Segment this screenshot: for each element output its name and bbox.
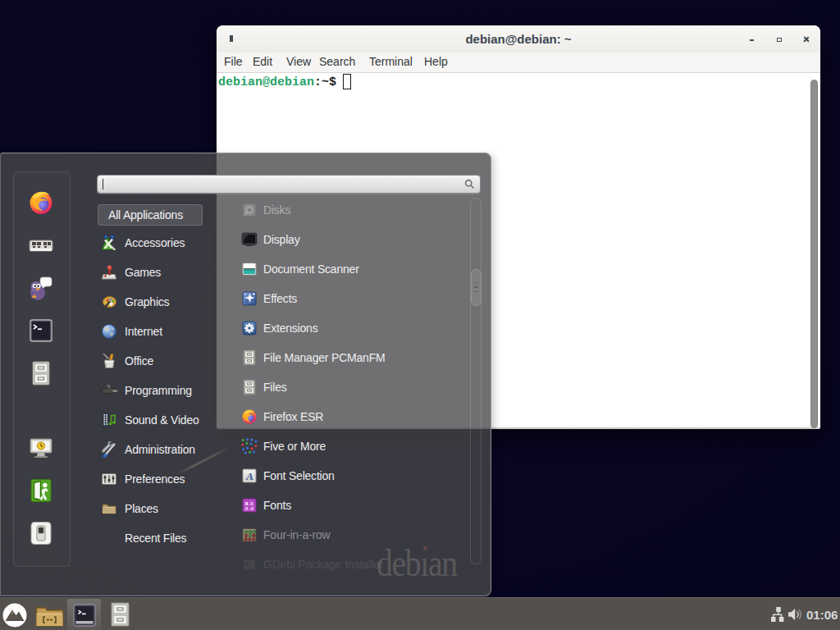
svg-text:a: a	[250, 504, 253, 512]
svg-text:A: A	[245, 470, 253, 482]
